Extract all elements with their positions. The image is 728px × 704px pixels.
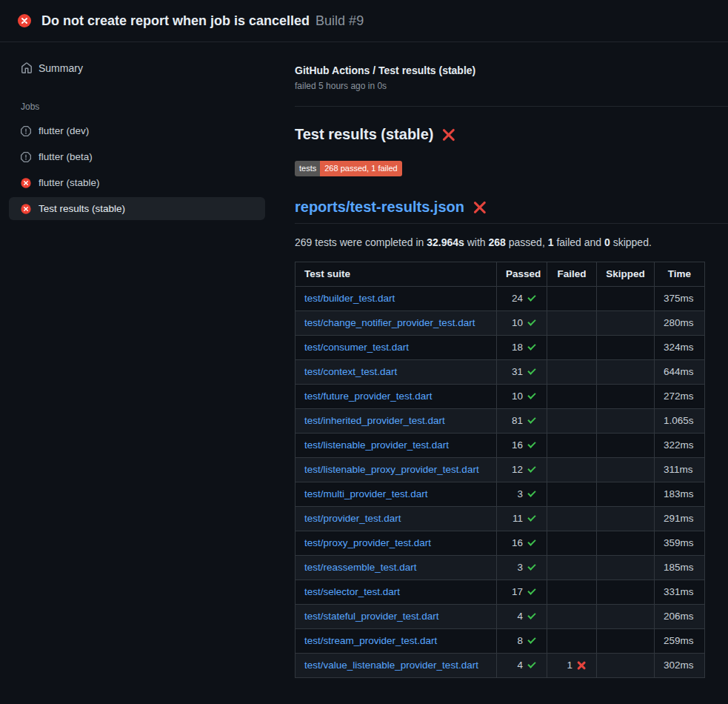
- failed-cell: [547, 531, 597, 556]
- suite-link[interactable]: test/provider_test.dart: [304, 513, 401, 524]
- failed-cell: [547, 605, 597, 629]
- passed-cell: 16: [497, 531, 547, 556]
- suite-cell: test/listenable_proxy_provider_test.dart: [295, 458, 497, 482]
- time-cell: 280ms: [655, 311, 705, 336]
- suite-link[interactable]: test/context_test.dart: [304, 366, 397, 377]
- passed-cell: 24: [497, 287, 547, 311]
- suite-link[interactable]: test/stream_provider_test.dart: [304, 635, 437, 646]
- suite-link[interactable]: test/change_notifier_provider_test.dart: [304, 317, 475, 328]
- time-cell: 331ms: [655, 580, 705, 605]
- table-row: test/reassemble_test.dart3185ms: [295, 556, 705, 580]
- suite-link[interactable]: test/future_provider_test.dart: [304, 391, 433, 402]
- suite-link[interactable]: test/inherited_provider_test.dart: [304, 415, 445, 426]
- failed-cell: [547, 629, 597, 654]
- suite-cell: test/selector_test.dart: [295, 580, 497, 605]
- sidebar-item-flutter-beta[interactable]: flutter (beta): [9, 145, 265, 168]
- suite-link[interactable]: test/stateful_provider_test.dart: [304, 611, 439, 622]
- badge-value: 268 passed, 1 failed: [320, 161, 401, 176]
- column-header-time: Time: [655, 262, 705, 287]
- passed-cell: 4: [497, 654, 547, 678]
- run-status-text: failed 5 hours ago in 0s: [295, 81, 728, 91]
- build-number: Build #9: [315, 13, 364, 28]
- skipped-cell: [597, 360, 655, 385]
- main-content: GitHub Actions / Test results (stable) f…: [274, 42, 728, 704]
- skipped-cell: [597, 482, 655, 507]
- suite-link[interactable]: test/proxy_provider_test.dart: [304, 537, 431, 548]
- check-icon: [527, 635, 535, 643]
- table-row: test/stateful_provider_test.dart4206ms: [295, 605, 705, 629]
- time-cell: 324ms: [655, 336, 705, 360]
- failed-cell: [547, 556, 597, 580]
- suite-cell: test/multi_provider_test.dart: [295, 482, 497, 507]
- suite-link[interactable]: test/consumer_test.dart: [304, 342, 409, 353]
- job-label: flutter (beta): [39, 151, 93, 162]
- summary-text: 269 tests were completed in: [295, 236, 427, 248]
- report-title: reports/test-results.json: [295, 199, 728, 224]
- time-cell: 206ms: [655, 605, 705, 629]
- skipped-cell: [597, 458, 655, 482]
- suite-link[interactable]: test/selector_test.dart: [304, 586, 400, 597]
- suite-cell: test/stateful_provider_test.dart: [295, 605, 497, 629]
- check-icon: [527, 513, 535, 521]
- suite-cell: test/provider_test.dart: [295, 507, 497, 531]
- failed-cell: 1: [547, 654, 597, 678]
- time-cell: 291ms: [655, 507, 705, 531]
- failed-icon: [21, 204, 31, 214]
- passed-cell: 8: [497, 629, 547, 654]
- report-file-link[interactable]: reports/test-results.json: [295, 199, 464, 216]
- skipped-cell: [597, 336, 655, 360]
- job-label: flutter (dev): [39, 125, 89, 136]
- summary-text: with: [464, 236, 489, 248]
- failed-cell: [547, 434, 597, 458]
- check-icon: [527, 317, 535, 325]
- sidebar-item-summary[interactable]: Summary: [9, 56, 265, 81]
- sidebar: Summary Jobs flutter (dev) flutter (bet: [0, 42, 274, 704]
- passed-cell: 10: [497, 385, 547, 409]
- sidebar-item-flutter-dev[interactable]: flutter (dev): [9, 119, 265, 142]
- jobs-section-heading: Jobs: [0, 102, 274, 112]
- sidebar-item-flutter-stable[interactable]: flutter (stable): [9, 171, 265, 194]
- summary-line: 269 tests were completed in 32.964s with…: [295, 236, 728, 248]
- suite-link[interactable]: test/reassemble_test.dart: [304, 562, 417, 573]
- column-header-passed: Passed: [497, 262, 547, 287]
- table-row: test/multi_provider_test.dart3183ms: [295, 482, 705, 507]
- suite-link[interactable]: test/multi_provider_test.dart: [304, 488, 428, 499]
- skipped-cell: [597, 654, 655, 678]
- failed-cell: [547, 580, 597, 605]
- sidebar-item-test-results-stable[interactable]: Test results (stable): [9, 197, 265, 220]
- x-icon: [577, 661, 586, 670]
- failed-cell: [547, 482, 597, 507]
- check-icon: [527, 488, 535, 497]
- time-cell: 259ms: [655, 629, 705, 654]
- home-icon: [21, 62, 33, 74]
- suite-cell: test/stream_provider_test.dart: [295, 629, 497, 654]
- breadcrumb: GitHub Actions / Test results (stable): [295, 64, 728, 76]
- table-row: test/selector_test.dart17331ms: [295, 580, 705, 605]
- failed-cell: [547, 287, 597, 311]
- suite-link[interactable]: test/listenable_proxy_provider_test.dart: [304, 464, 479, 475]
- passed-cell: 16: [497, 434, 547, 458]
- skipped-cell: [597, 434, 655, 458]
- suite-link[interactable]: test/listenable_provider_test.dart: [304, 439, 449, 451]
- check-icon: [527, 660, 535, 668]
- passed-cell: 31: [497, 360, 547, 385]
- table-row: test/change_notifier_provider_test.dart1…: [295, 311, 705, 336]
- time-cell: 375ms: [655, 287, 705, 311]
- skipped-cell: [597, 580, 655, 605]
- suite-link[interactable]: test/value_listenable_provider_test.dart: [304, 660, 478, 671]
- cancelled-icon: [21, 152, 31, 162]
- passed-cell: 4: [497, 605, 547, 629]
- suite-cell: test/inherited_provider_test.dart: [295, 409, 497, 434]
- table-row: test/context_test.dart31644ms: [295, 360, 705, 385]
- passed-cell: 3: [497, 482, 547, 507]
- check-icon: [527, 464, 535, 472]
- time-cell: 183ms: [655, 482, 705, 507]
- table-row: test/value_listenable_provider_test.dart…: [295, 654, 705, 678]
- table-row: test/provider_test.dart11291ms: [295, 507, 705, 531]
- suite-cell: test/consumer_test.dart: [295, 336, 497, 360]
- suite-link[interactable]: test/builder_test.dart: [304, 293, 395, 304]
- passed-cell: 81: [497, 409, 547, 434]
- table-row: test/listenable_proxy_provider_test.dart…: [295, 458, 705, 482]
- table-row: test/stream_provider_test.dart8259ms: [295, 629, 705, 654]
- table-row: test/consumer_test.dart18324ms: [295, 336, 705, 360]
